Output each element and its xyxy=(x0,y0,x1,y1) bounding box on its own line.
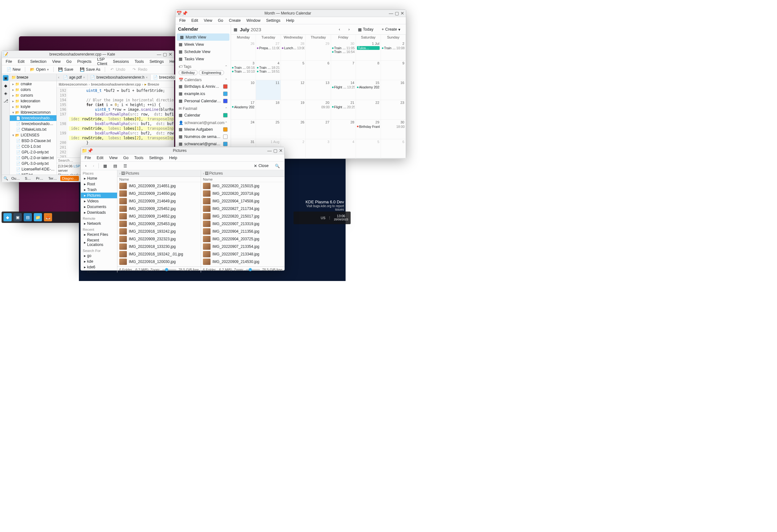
day-cell[interactable]: 28 xyxy=(331,120,356,139)
day-cell[interactable]: 19 xyxy=(281,100,306,120)
minimize-icon[interactable]: — xyxy=(267,148,272,153)
file-row[interactable]: IMG_20220916_193242_.01.jpg xyxy=(117,250,201,258)
menu-view[interactable]: View xyxy=(201,18,215,23)
tree-item[interactable]: 📄 GPL-3.0-only.txt xyxy=(10,161,57,167)
menu-tools[interactable]: Tools xyxy=(132,155,146,161)
file-row[interactable]: IMG_20220909_225452.jpg xyxy=(117,205,201,212)
icons-view-button[interactable]: ▦ xyxy=(101,163,110,169)
day-cell[interactable]: 3Train …08:16Train …10:10 xyxy=(231,61,256,80)
tree-item[interactable]: ▾ 📂 LICENSES xyxy=(10,132,57,138)
file-row[interactable]: IMG_20220909_214652.jpg xyxy=(117,212,201,220)
maximize-icon[interactable]: ▢ xyxy=(395,11,399,15)
tree-item[interactable]: 📄 GPL-2.0-or-later.txt xyxy=(10,155,57,161)
place-item[interactable]: ▸ kde xyxy=(81,258,117,264)
tree-item[interactable]: 📄 GPL-2.0-only.txt xyxy=(10,149,57,155)
day-cell[interactable]: 29 xyxy=(306,41,331,61)
file-row[interactable]: IMG_20220909_214650.jpg xyxy=(117,190,201,197)
close-icon[interactable]: ✕ xyxy=(400,11,405,15)
clock[interactable]: 13:06 25/09/2023 xyxy=(334,214,348,221)
close-icon[interactable]: ✕ xyxy=(168,52,173,57)
bottom-tab[interactable]: Diagno… xyxy=(60,176,79,181)
system-tray[interactable]: US ⋮ 13:06 25/09/2023 xyxy=(294,212,351,224)
file-row[interactable]: IMG_20220827_211734.jpg xyxy=(201,205,284,212)
calendar-item[interactable]: ▦ schwancarl@gmail.com xyxy=(176,140,231,147)
calendar-item[interactable]: ▦ Birthdays & Anniversaries xyxy=(176,83,231,90)
calendar-item[interactable]: ▦ Numéros de semaine xyxy=(176,133,231,140)
task-icon[interactable]: ▤ xyxy=(24,213,32,221)
dolphin-task-icon[interactable]: 📁 xyxy=(34,213,42,221)
view-week-view[interactable]: ▦ Week View xyxy=(176,41,231,48)
day-cell[interactable]: 7 xyxy=(331,61,356,80)
pin-icon[interactable]: 📌 xyxy=(183,11,187,15)
tree-item[interactable]: 📄 BSD-3-Clause.txt xyxy=(10,138,57,144)
day-cell[interactable]: 3 xyxy=(306,139,331,159)
tab-prev-icon[interactable]: ‹ xyxy=(57,75,61,80)
file-row[interactable]: IMG_20220907_213348.jpg xyxy=(201,250,284,258)
forward-button[interactable]: › xyxy=(90,163,97,169)
day-cell[interactable]: 6 xyxy=(306,61,331,80)
place-item[interactable]: ▸ Videos xyxy=(81,198,117,204)
file-row[interactable]: IMG_20220909_225453.jpg xyxy=(117,220,201,228)
place-item[interactable]: ▸ Root xyxy=(81,181,117,187)
task-icon[interactable]: ▣ xyxy=(14,213,22,221)
split-close-button[interactable]: ✕ Close xyxy=(251,163,271,169)
day-cell[interactable]: 27Prepa…11:00 xyxy=(256,41,281,61)
day-cell[interactable]: 5 xyxy=(356,139,381,159)
day-cell[interactable]: 24 xyxy=(231,120,256,139)
day-cell[interactable]: 14Flight …13:25 xyxy=(331,80,356,100)
menu-sessions[interactable]: Sessions xyxy=(110,59,132,65)
day-cell[interactable]: 26 xyxy=(281,120,306,139)
day-cell[interactable]: 5 xyxy=(281,61,306,80)
bottom-tab[interactable]: Ou… xyxy=(9,176,22,181)
dolphin-titlebar[interactable]: 📁📌 Pictures — ▢ ✕ xyxy=(81,147,284,154)
day-cell[interactable]: 3018:00 xyxy=(381,120,406,139)
git-icon[interactable]: ⎇ xyxy=(3,98,8,104)
open-button[interactable]: 📂Open▾ xyxy=(27,66,51,73)
place-item[interactable]: ▸ go xyxy=(81,253,117,258)
app-launcher-icon[interactable]: ◆ xyxy=(3,213,12,221)
left-pane[interactable]: › 🖼 Pictures Name IMG_20220909_214651.jp… xyxy=(117,170,201,273)
collapse-icon[interactable]: ⌃ xyxy=(225,65,228,69)
menu-file[interactable]: File xyxy=(177,18,188,23)
find-button[interactable]: 🔍 xyxy=(272,163,283,169)
day-cell[interactable]: 23 xyxy=(381,100,406,120)
kate-titlebar[interactable]: 📝 breezeboxshadowrenderer.cpp — Kate — ▢… xyxy=(2,51,174,58)
file-row[interactable]: IMG_20220820_215015.jpg xyxy=(201,182,284,190)
close-icon[interactable]: ✕ xyxy=(279,148,283,153)
day-cell[interactable]: 30Train …11:05Train …16:54 xyxy=(331,41,356,61)
menu-go[interactable]: Go xyxy=(64,59,74,65)
view-schedule-view[interactable]: ▦ Schedule View xyxy=(176,48,231,55)
day-cell[interactable]: 4Train …18:21Train …18:51 xyxy=(256,61,281,80)
save-as-button[interactable]: 💾Save As xyxy=(77,66,103,73)
tree-item[interactable]: ▸ 📁 colors xyxy=(10,87,57,93)
place-item[interactable]: ▸ Recent Files xyxy=(81,232,117,237)
file-row[interactable]: IMG_20220820_203718.jpg xyxy=(201,190,284,197)
place-item[interactable]: ▸ Trash xyxy=(81,187,117,193)
menu-window[interactable]: Window xyxy=(244,18,263,23)
day-cell[interactable]: 2009:00 xyxy=(306,100,331,120)
bottom-tab[interactable]: Pr… xyxy=(34,176,45,181)
breadcrumb[interactable]: libbreezecommon› breezeboxshadowrenderer… xyxy=(57,81,174,88)
file-row[interactable]: IMG_20220904_174508.jpg xyxy=(201,197,284,205)
menu-edit[interactable]: Edit xyxy=(15,59,27,65)
day-cell[interactable]: 2Train …10:08 xyxy=(381,41,406,61)
details-view-button[interactable]: ☰ xyxy=(121,163,130,169)
day-cell[interactable]: 2 xyxy=(281,139,306,159)
new-button[interactable]: 📄New xyxy=(4,66,23,73)
day-cell[interactable]: 28Lunch…13:00 xyxy=(281,41,306,61)
place-item[interactable]: ▸ Downloads xyxy=(81,210,117,215)
bottom-tab[interactable]: Ter… xyxy=(46,176,59,181)
calendar-item[interactable]: ▦ example.ics xyxy=(176,90,231,97)
symbols-icon[interactable]: ◈ xyxy=(3,90,8,96)
undo-button[interactable]: ↶Undo xyxy=(107,66,128,73)
day-cell[interactable]: 6 xyxy=(381,139,406,159)
maximize-icon[interactable]: ▢ xyxy=(273,148,278,153)
tree-item[interactable]: ▸ 📁 kdecoration xyxy=(10,98,57,104)
tag-chip[interactable]: Birthday xyxy=(179,70,198,75)
day-cell[interactable]: 8 xyxy=(356,61,381,80)
menu-view[interactable]: View xyxy=(107,155,120,161)
day-cell[interactable]: 12 xyxy=(281,80,306,100)
file-row[interactable]: IMG_20220907_213354.jpg xyxy=(201,243,284,250)
day-cell[interactable]: 4 xyxy=(331,139,356,159)
menu-help[interactable]: Help xyxy=(166,155,180,161)
